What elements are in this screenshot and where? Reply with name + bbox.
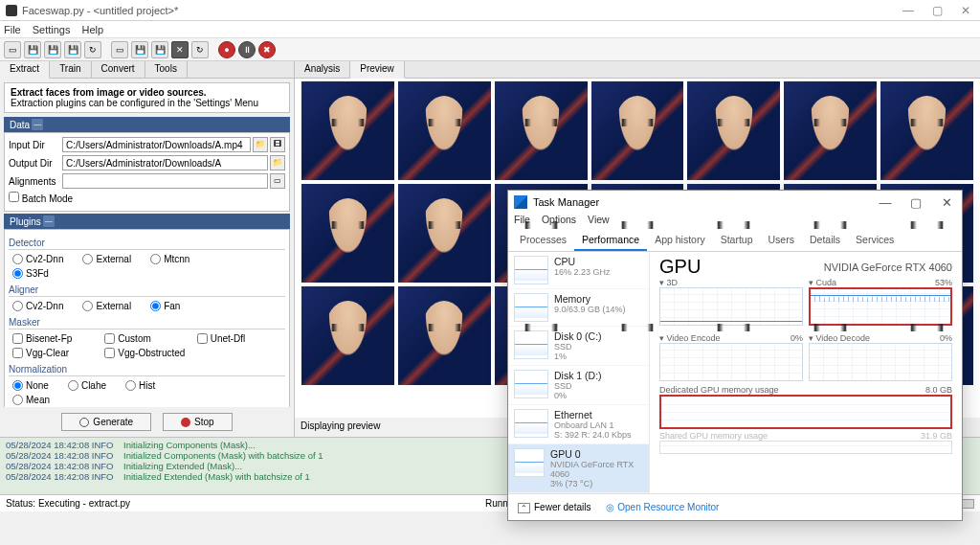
tm-tab-startup[interactable]: Startup bbox=[713, 231, 761, 251]
norm-hist[interactable] bbox=[125, 380, 136, 391]
batch-mode-checkbox[interactable] bbox=[9, 192, 19, 202]
toolbar-error-icon[interactable]: ✖ bbox=[258, 41, 276, 58]
toolbar-save2-icon[interactable]: 💾 bbox=[44, 41, 61, 58]
toolbar-save-icon[interactable]: 💾 bbox=[24, 41, 41, 58]
open-resource-monitor-link[interactable]: Open Resource Monitor bbox=[606, 502, 719, 512]
generate-button[interactable]: Generate bbox=[61, 413, 151, 431]
tab-analysis[interactable]: Analysis bbox=[295, 61, 350, 78]
tm-item-gpu0[interactable]: GPU 0NVIDIA GeForce RTX 40603% (73 °C) bbox=[508, 444, 649, 493]
aligner-fan[interactable] bbox=[150, 301, 161, 311]
toolbar-record-icon[interactable]: ● bbox=[218, 41, 235, 58]
toolbar-save3-icon[interactable]: 💾 bbox=[131, 41, 148, 58]
masker-vggobstr[interactable] bbox=[104, 348, 115, 358]
tm-maximize[interactable]: ▢ bbox=[901, 195, 931, 210]
chart-cuda: ▾ Cuda53% bbox=[809, 278, 952, 328]
norm-none[interactable] bbox=[12, 380, 23, 391]
detector-head: Detector bbox=[9, 238, 285, 250]
tm-item-disk1[interactable]: Disk 1 (D:)SSD0% bbox=[508, 366, 649, 405]
tm-item-disk0[interactable]: Disk 0 (C:)SSD1% bbox=[508, 327, 649, 366]
masker-vggclear[interactable] bbox=[12, 348, 23, 358]
tab-convert[interactable]: Convert bbox=[92, 61, 145, 78]
toolbar-save4-icon[interactable]: 💾 bbox=[151, 41, 168, 58]
chart-3d: ▾ 3D bbox=[659, 278, 803, 328]
tm-tab-details[interactable]: Details bbox=[802, 231, 848, 251]
tm-item-cpu[interactable]: CPU16% 2.23 GHz bbox=[508, 252, 649, 289]
browse-folder2-icon[interactable]: 📁 bbox=[270, 155, 285, 170]
tm-footer: Fewer details Open Resource Monitor bbox=[508, 493, 962, 520]
detector-mtcnn[interactable] bbox=[150, 254, 161, 264]
alignments-label: Alignments bbox=[9, 176, 62, 187]
tm-tab-performance[interactable]: Performance bbox=[574, 231, 647, 251]
masker-unetdfl[interactable] bbox=[197, 333, 208, 344]
face-thumbnail bbox=[397, 285, 492, 386]
aligner-cv2dnn[interactable] bbox=[12, 301, 23, 311]
menu-settings[interactable]: Settings bbox=[33, 24, 71, 35]
tab-train[interactable]: Train bbox=[50, 61, 91, 78]
input-dir-field[interactable] bbox=[62, 137, 251, 152]
task-manager-icon bbox=[514, 195, 527, 209]
output-dir-field[interactable] bbox=[62, 155, 268, 170]
tm-title-bar[interactable]: Task Manager — ▢ ✕ bbox=[508, 191, 962, 214]
face-thumbnail bbox=[783, 80, 878, 181]
tab-tools[interactable]: Tools bbox=[145, 61, 188, 78]
action-buttons: Generate Stop bbox=[4, 409, 290, 435]
tm-gpu-sparkline bbox=[514, 448, 545, 477]
output-dir-label: Output Dir bbox=[9, 158, 62, 169]
tm-tab-services[interactable]: Services bbox=[848, 231, 902, 251]
fewer-details-link[interactable]: Fewer details bbox=[518, 502, 590, 512]
window-close[interactable]: ✕ bbox=[951, 4, 980, 17]
plugins-section-header[interactable]: Plugins — bbox=[4, 214, 290, 229]
masker-custom[interactable] bbox=[104, 333, 115, 344]
window-maximize[interactable]: ▢ bbox=[923, 4, 951, 17]
tm-tab-processes[interactable]: Processes bbox=[512, 231, 574, 251]
face-thumbnail bbox=[590, 80, 685, 181]
collapse2-icon[interactable]: — bbox=[43, 216, 55, 227]
aligner-external[interactable] bbox=[82, 301, 93, 311]
tab-preview[interactable]: Preview bbox=[350, 61, 405, 79]
toolbar-clear-icon[interactable]: ✕ bbox=[171, 41, 189, 58]
detector-s3fd[interactable] bbox=[12, 268, 23, 279]
toolbar-new2-icon[interactable]: ▭ bbox=[111, 41, 128, 58]
tm-title: Task Manager bbox=[533, 196, 599, 208]
title-bar: Faceswap.py - <untitled project>* — ▢ ✕ bbox=[0, 0, 980, 21]
toolbar-reload-icon[interactable]: ↻ bbox=[84, 41, 101, 58]
masker-bisenet[interactable] bbox=[12, 333, 23, 344]
face-thumbnail bbox=[397, 183, 492, 284]
toolbar: ▭ 💾 💾 💾 ↻ ▭ 💾 💾 ✕ ↻ ● ⏸ ✖ bbox=[0, 38, 980, 61]
right-tabs: Analysis Preview bbox=[295, 61, 980, 79]
face-thumbnail bbox=[880, 80, 974, 181]
collapse-icon[interactable]: — bbox=[32, 119, 43, 130]
tm-item-memory[interactable]: Memory9.0/63.9 GB (14%) bbox=[508, 289, 649, 327]
gpu-heading: GPU bbox=[659, 256, 701, 278]
tm-tabs: Processes Performance App history Startu… bbox=[508, 231, 962, 252]
tm-tab-apphistory[interactable]: App history bbox=[647, 231, 713, 251]
tm-minimize[interactable]: — bbox=[870, 195, 901, 210]
window-minimize[interactable]: — bbox=[894, 4, 923, 17]
app-logo-icon bbox=[6, 5, 17, 16]
menu-file[interactable]: File bbox=[4, 24, 21, 35]
norm-mean[interactable] bbox=[12, 395, 23, 405]
toolbar-reload2-icon[interactable]: ↻ bbox=[191, 41, 209, 58]
detector-cv2dnn[interactable] bbox=[12, 254, 23, 264]
tm-menu-view[interactable]: View bbox=[588, 214, 610, 231]
toolbar-saveall-icon[interactable]: 💾 bbox=[64, 41, 81, 58]
toolbar-new-icon[interactable]: ▭ bbox=[4, 41, 21, 58]
face-thumbnail bbox=[301, 285, 395, 386]
detector-external[interactable] bbox=[82, 254, 93, 264]
norm-clahe[interactable] bbox=[68, 380, 78, 391]
menu-help[interactable]: Help bbox=[81, 24, 103, 35]
tab-extract[interactable]: Extract bbox=[0, 61, 50, 79]
stop-button[interactable]: Stop bbox=[163, 413, 233, 431]
tm-close[interactable]: ✕ bbox=[931, 195, 962, 210]
browse-video-icon[interactable]: 🎞 bbox=[270, 137, 285, 152]
alignments-field[interactable] bbox=[62, 173, 268, 189]
tm-disk0-sparkline bbox=[514, 330, 548, 359]
tm-sidebar: CPU16% 2.23 GHz Memory9.0/63.9 GB (14%) … bbox=[508, 252, 650, 493]
data-section-header[interactable]: Data — bbox=[4, 117, 290, 132]
browse-file-icon[interactable]: ▭ bbox=[270, 173, 285, 189]
task-manager-window[interactable]: Task Manager — ▢ ✕ File Options View Pro… bbox=[507, 190, 963, 521]
tm-item-ethernet[interactable]: EthernetOnboard LAN 1S: 392 R: 24.0 Kbps bbox=[508, 405, 649, 444]
tm-tab-users[interactable]: Users bbox=[761, 231, 802, 251]
toolbar-stop2-icon[interactable]: ⏸ bbox=[238, 41, 256, 58]
browse-folder-icon[interactable]: 📁 bbox=[253, 137, 268, 152]
